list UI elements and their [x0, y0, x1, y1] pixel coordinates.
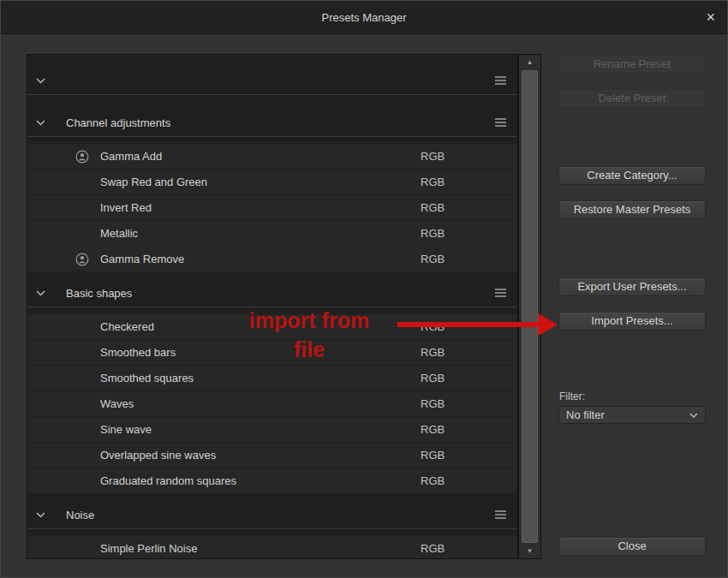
titlebar: Presets Manager ×	[1, 1, 727, 34]
preset-name: Swap Red and Green	[100, 176, 207, 188]
preset-row[interactable]: Swap Red and GreenRGB	[27, 170, 517, 194]
preset-type: RGB	[421, 397, 445, 410]
preset-row[interactable]: Sine waveRGB	[27, 417, 517, 442]
preset-name: Sine wave	[100, 423, 152, 436]
preset-row[interactable]: Overlapped sine wavesRGB	[27, 443, 517, 468]
menu-icon[interactable]	[494, 75, 507, 86]
scrollbar-thumb[interactable]	[522, 70, 538, 543]
category-label: Basic shapes	[66, 287, 132, 300]
preset-name: Graduated random squares	[100, 474, 236, 487]
preset-name: Waves	[100, 397, 134, 410]
delete-preset-button: Delete Preset	[558, 89, 706, 108]
rename-preset-button: Rename Preset	[558, 55, 706, 74]
filter-label: Filter:	[559, 390, 585, 402]
preset-type: RGB	[421, 474, 445, 487]
filter-selected-value: No filter	[566, 408, 605, 421]
preset-type: RGB	[421, 320, 445, 333]
presets-manager-window: Presets Manager × Channel adjustmentsGam…	[0, 0, 728, 578]
preset-row[interactable]: MetallicRGB	[27, 221, 517, 246]
preset-type: RGB	[421, 542, 445, 555]
preset-type: RGB	[421, 150, 445, 163]
preset-type: RGB	[421, 449, 445, 462]
filter-dropdown[interactable]: No filter	[558, 406, 706, 424]
category-label: Noise	[66, 509, 94, 521]
preset-row[interactable]: CheckeredRGB	[27, 314, 517, 339]
preset-row[interactable]: WavesRGB	[27, 391, 517, 416]
preset-name: Gamma Add	[100, 150, 162, 163]
preset-type: RGB	[421, 346, 445, 359]
window-title: Presets Manager	[322, 11, 407, 24]
preset-type: RGB	[421, 201, 445, 214]
create-category-button[interactable]: Create Category...	[558, 166, 706, 185]
preset-row[interactable]: Smoothed barsRGB	[27, 340, 517, 365]
import-presets-button[interactable]: Import Presets...	[558, 312, 706, 331]
menu-icon[interactable]	[494, 117, 507, 128]
close-button[interactable]: Close	[558, 537, 706, 556]
scrollbar[interactable]: ▲ ▼	[518, 54, 541, 559]
chevron-down-icon	[689, 413, 698, 418]
preset-name: Invert Red	[100, 201, 152, 214]
category-header[interactable]: Basic shapes	[27, 279, 517, 307]
user-preset-icon	[75, 253, 100, 266]
preset-name: Gamma Remove	[100, 253, 184, 265]
close-icon[interactable]: ×	[706, 9, 715, 25]
category-header[interactable]	[27, 67, 517, 95]
presets-list[interactable]: Channel adjustmentsGamma AddRGBSwap Red …	[27, 54, 518, 559]
preset-row[interactable]: Graduated random squaresRGB	[27, 468, 517, 493]
preset-type: RGB	[421, 227, 445, 240]
user-preset-icon	[75, 150, 100, 164]
scroll-down-icon[interactable]: ▼	[519, 544, 540, 558]
preset-row[interactable]: Smoothed squaresRGB	[27, 366, 517, 390]
menu-icon[interactable]	[494, 288, 507, 298]
preset-row[interactable]: Gamma RemoveRGB	[27, 247, 517, 271]
preset-row[interactable]: Invert RedRGB	[27, 195, 517, 220]
preset-name: Overlapped sine waves	[100, 449, 216, 462]
chevron-down-icon[interactable]	[36, 512, 50, 518]
preset-name: Smoothed bars	[100, 346, 176, 359]
preset-name: Smoothed squares	[100, 372, 194, 384]
preset-type: RGB	[421, 372, 445, 384]
chevron-down-icon[interactable]	[36, 78, 50, 84]
preset-row[interactable]: Gamma AddRGB	[27, 144, 517, 169]
category-label: Channel adjustments	[66, 116, 170, 129]
menu-icon[interactable]	[494, 509, 507, 520]
chevron-down-icon[interactable]	[36, 120, 50, 126]
preset-name: Simple Perlin Noise	[100, 542, 197, 555]
preset-name: Metallic	[100, 227, 138, 240]
preset-name: Checkered	[100, 320, 154, 333]
scroll-up-icon[interactable]: ▲	[519, 55, 540, 69]
restore-master-presets-button[interactable]: Restore Master Presets	[558, 200, 706, 219]
chevron-down-icon[interactable]	[36, 290, 50, 296]
preset-row[interactable]: Simple Perlin NoiseRGB	[27, 536, 517, 559]
category-header[interactable]: Channel adjustments	[27, 109, 517, 137]
export-user-presets-button[interactable]: Export User Presets...	[558, 277, 706, 296]
category-header[interactable]: Noise	[27, 501, 517, 529]
preset-type: RGB	[421, 176, 445, 188]
preset-type: RGB	[421, 423, 445, 436]
preset-type: RGB	[421, 253, 445, 265]
